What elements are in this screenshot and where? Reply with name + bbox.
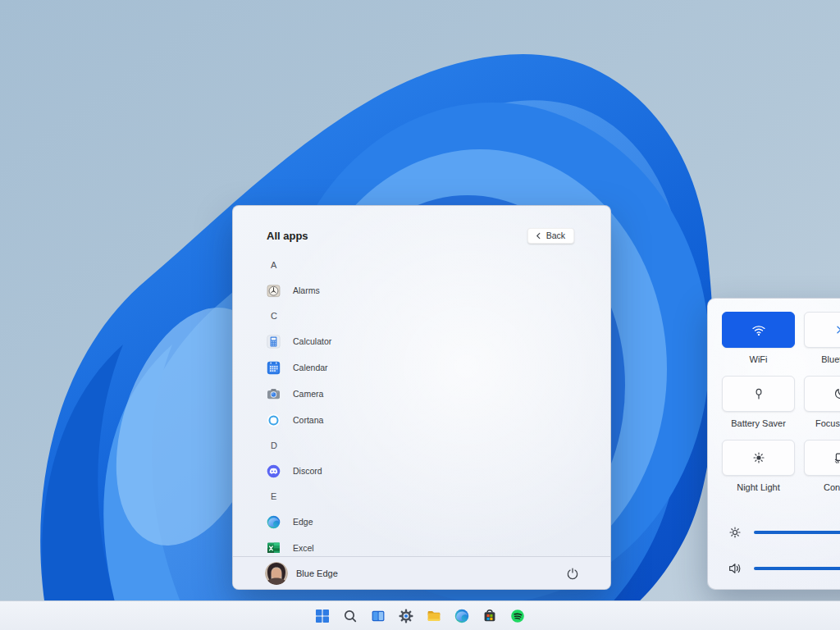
- taskbar-search-button[interactable]: [343, 609, 358, 623]
- quick-toggle-label: Battery Saver: [731, 418, 786, 428]
- app-list-item-camera[interactable]: Camera: [267, 381, 610, 407]
- app-label: Cortana: [293, 415, 323, 425]
- volume-slider-row: [708, 560, 840, 577]
- avatar: [265, 562, 288, 585]
- all-apps-title: All apps: [267, 230, 308, 242]
- settings-icon: [399, 609, 413, 623]
- user-name: Blue Edge: [296, 568, 338, 578]
- quick-toggle-connect: Connect: [804, 440, 840, 492]
- section-letter-c[interactable]: C: [267, 304, 610, 328]
- discord-icon: [267, 464, 281, 478]
- all-apps-list: AAlarmsCCalculatorCalendarCameraCortanaD…: [233, 253, 610, 553]
- calculator-icon: [267, 335, 281, 349]
- bluetooth-icon: [833, 322, 840, 338]
- brightness-slider-row: [708, 524, 840, 541]
- night-light-button[interactable]: [722, 440, 795, 476]
- volume-slider[interactable]: [754, 567, 840, 571]
- desktop: All apps Back AAlarmsCCalculatorCalendar…: [0, 0, 840, 630]
- power-button[interactable]: [565, 566, 580, 581]
- taskbar-edge-button[interactable]: [454, 609, 469, 623]
- app-label: Calculator: [293, 336, 331, 346]
- cortana-icon: [267, 413, 281, 427]
- focus-assist-icon: [833, 386, 840, 402]
- quick-toggle-wifi: WiFi: [722, 312, 795, 364]
- volume-icon: [727, 560, 743, 577]
- quick-toggle-bluetooth: Bluetooth: [804, 312, 840, 364]
- app-list-item-edge[interactable]: Edge: [267, 509, 610, 535]
- camera-icon: [267, 387, 281, 401]
- taskbar: [0, 600, 840, 630]
- night-light-icon: [751, 450, 767, 466]
- app-list-item-alarms[interactable]: Alarms: [267, 277, 610, 304]
- app-list-item-calendar[interactable]: Calendar: [267, 354, 610, 381]
- app-label: Edge: [293, 517, 313, 527]
- app-label: Excel: [293, 543, 314, 553]
- quick-toggle-night-light: Night Light: [722, 440, 795, 492]
- brightness-slider[interactable]: [754, 531, 840, 535]
- quick-settings-panel: WiFiBluetoothBattery SaverFocus assistNi…: [707, 298, 840, 590]
- taskbar-file-explorer-button[interactable]: [427, 609, 441, 623]
- back-button-label: Back: [546, 231, 565, 240]
- chevron-left-icon: [535, 232, 542, 240]
- bluetooth-button[interactable]: [804, 312, 840, 348]
- app-list-item-discord[interactable]: Discord: [267, 458, 610, 484]
- back-button[interactable]: Back: [527, 228, 574, 244]
- connect-icon: [833, 450, 840, 466]
- app-label: Calendar: [293, 363, 328, 372]
- app-label: Discord: [293, 466, 322, 476]
- quick-toggle-label: WiFi: [750, 354, 768, 364]
- section-letter-d[interactable]: D: [267, 433, 610, 458]
- user-profile-button[interactable]: Blue Edge: [265, 562, 338, 585]
- app-list-item-calculator[interactable]: Calculator: [267, 328, 610, 354]
- app-list-item-excel[interactable]: Excel: [267, 535, 610, 553]
- windows-start-icon: [315, 609, 330, 623]
- quick-toggle-label: Connect: [824, 482, 840, 492]
- taskbar-store-button[interactable]: [482, 609, 497, 623]
- section-letter-e[interactable]: E: [267, 484, 610, 509]
- taskbar-spotify-button[interactable]: [510, 609, 525, 623]
- quick-toggle-battery-saver: Battery Saver: [722, 376, 795, 428]
- connect-button[interactable]: [804, 440, 840, 476]
- task-view-icon: [371, 609, 386, 623]
- battery-saver-button[interactable]: [722, 376, 795, 412]
- app-list-item-cortana[interactable]: Cortana: [267, 407, 610, 433]
- edge-icon: [267, 515, 281, 529]
- start-menu-footer: Blue Edge: [233, 556, 610, 589]
- quick-toggle-label: Night Light: [737, 482, 780, 492]
- file-explorer-icon: [427, 609, 441, 623]
- brightness-icon: [727, 524, 743, 541]
- focus-assist-button[interactable]: [804, 376, 840, 412]
- search-icon: [343, 609, 358, 623]
- alarms-icon: [267, 284, 281, 298]
- app-label: Alarms: [293, 285, 320, 295]
- taskbar-start-button[interactable]: [315, 609, 330, 623]
- microsoft-store-icon: [482, 609, 497, 623]
- taskbar-task-view-button[interactable]: [371, 609, 386, 623]
- calendar-icon: [267, 361, 281, 375]
- quick-toggle-focus-assist: Focus assist: [804, 376, 840, 428]
- section-letter-a[interactable]: A: [267, 253, 610, 277]
- spotify-icon: [510, 609, 525, 623]
- wifi-button[interactable]: [722, 312, 795, 348]
- taskbar-settings-button[interactable]: [399, 609, 413, 623]
- quick-settings-grid: WiFiBluetoothBattery SaverFocus assistNi…: [708, 299, 840, 504]
- quick-toggle-label: Focus assist: [815, 418, 840, 428]
- excel-icon: [267, 541, 281, 554]
- battery-saver-icon: [751, 386, 767, 402]
- start-menu-header: All apps Back: [233, 206, 610, 244]
- start-menu-all-apps-panel: All apps Back AAlarmsCCalculatorCalendar…: [232, 205, 611, 590]
- edge-browser-icon: [454, 609, 469, 623]
- app-label: Camera: [293, 389, 323, 399]
- wifi-icon: [751, 322, 767, 338]
- quick-toggle-label: Bluetooth: [821, 354, 840, 364]
